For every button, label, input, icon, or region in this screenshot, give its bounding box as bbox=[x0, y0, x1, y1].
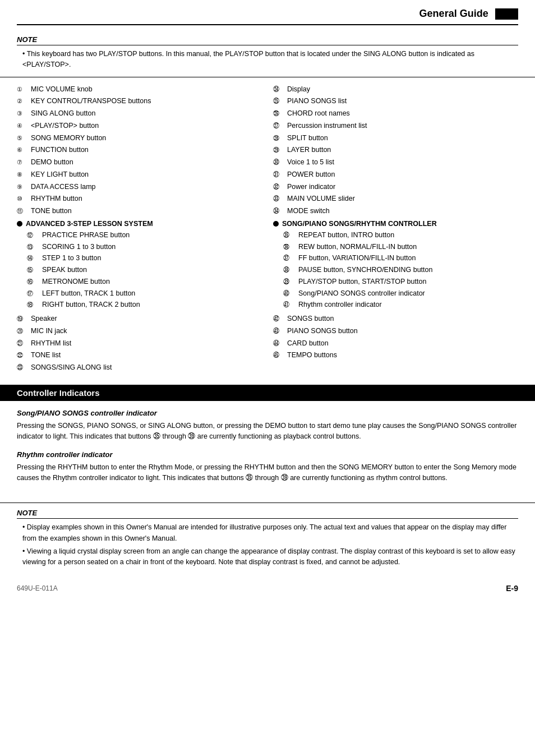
controller-indicators-body: Song/PIANO SONGS controller indicator Pr… bbox=[0, 401, 535, 500]
bullet-icon bbox=[17, 221, 22, 227]
page-title: General Guide bbox=[419, 8, 488, 20]
sub-list-item: ㊱REW button, NORMAL/FILL-IN button bbox=[273, 242, 518, 252]
song-section-header: SONG/PIANO SONGS/RHYTHM CONTROLLER bbox=[273, 220, 518, 228]
page: General Guide NOTE • This keyboard has t… bbox=[0, 0, 535, 756]
controller-indicators-header: Controller Indicators bbox=[0, 385, 535, 401]
list-item: ⑥FUNCTION button bbox=[17, 145, 262, 155]
list-item: ㉜Power indicator bbox=[273, 182, 518, 192]
note-bottom-label: NOTE bbox=[17, 509, 518, 519]
list-item: ㉚Voice 1 to 5 list bbox=[273, 157, 518, 168]
list-item: ㉛POWER button bbox=[273, 169, 518, 180]
sub-list-item: ㊳PAUSE button, SYNCHRO/ENDING button bbox=[273, 265, 518, 275]
list-item: ⑨DATA ACCESS lamp bbox=[17, 182, 262, 192]
list-item: ⑧KEY LIGHT button bbox=[17, 169, 262, 180]
list-item: ⑳MIC IN jack bbox=[17, 326, 262, 336]
list-item: ⑪TONE button bbox=[17, 206, 262, 216]
bullet-icon bbox=[273, 221, 279, 227]
list-item: ⑦DEMO button bbox=[17, 157, 262, 168]
sub-list-item: ㊴PLAY/STOP button, START/STOP button bbox=[273, 276, 518, 287]
list-item: ㉔Display bbox=[273, 84, 518, 95]
rhythm-controller-text: Pressing the RHYTHM button to enter the … bbox=[17, 462, 518, 484]
sub-list-item: ⑰LEFT button, TRACK 1 button bbox=[17, 288, 262, 299]
list-item: ⑩RHYTHM button bbox=[17, 193, 262, 204]
sub-list-item: ⑬SCORING 1 to 3 button bbox=[17, 242, 262, 252]
sub-list-item: ㉟REPEAT button, INTRO button bbox=[273, 230, 518, 241]
list-item: ㊺TEMPO buttons bbox=[273, 350, 518, 361]
list-item: ㉕PIANO SONGS list bbox=[273, 96, 518, 107]
note-bottom: NOTE • Display examples shown in this Ow… bbox=[0, 503, 535, 576]
sub-list-item: ㊲FF button, VARIATION/FILL-IN button bbox=[273, 253, 518, 264]
sub-list-item: ㊶Rhythm controller indicator bbox=[273, 299, 518, 310]
list-item: ①MIC VOLUME knob bbox=[17, 84, 262, 95]
sub-list-item: ⑫PRACTICE PHRASE button bbox=[17, 230, 262, 241]
list-item: ⑲Speaker bbox=[17, 314, 262, 324]
list-item: ㉙LAYER button bbox=[273, 145, 518, 155]
list-item: ㊸PIANO SONGS button bbox=[273, 326, 518, 336]
list-item: ㉘SPLIT button bbox=[273, 133, 518, 144]
sub-list-item: ㊵Song/PIANO SONGS controller indicator bbox=[273, 288, 518, 299]
sub-list-item: ⑮SPEAK button bbox=[17, 265, 262, 275]
list-item: ㉑RHYTHM list bbox=[17, 338, 262, 349]
footer: 649U-E-011A E-9 bbox=[0, 576, 535, 598]
right-column: ㉔Display ㉕PIANO SONGS list ㉖CHORD root n… bbox=[268, 84, 518, 375]
list-item: ③SING ALONG button bbox=[17, 108, 262, 119]
list-item: ㉝MAIN VOLUME slider bbox=[273, 193, 518, 204]
list-item: ㉞MODE switch bbox=[273, 206, 518, 216]
list-item: ⑤SONG MEMORY button bbox=[17, 133, 262, 144]
list-item: ㊹CARD button bbox=[273, 338, 518, 349]
list-item: ㉖CHORD root names bbox=[273, 108, 518, 119]
advanced-section-header: ADVANCED 3-STEP LESSON SYSTEM bbox=[17, 220, 262, 228]
song-controller-text: Pressing the SONGS, PIANO SONGS, or SING… bbox=[17, 421, 518, 442]
note-top-text: • This keyboard has two PLAY/STOP button… bbox=[17, 49, 518, 70]
header: General Guide bbox=[0, 0, 535, 24]
list-item: ㉒TONE list bbox=[17, 350, 262, 361]
sub-list-item: ⑱RIGHT button, TRACK 2 button bbox=[17, 299, 262, 310]
left-column: ①MIC VOLUME knob ②KEY CONTROL/TRANSPOSE … bbox=[17, 84, 268, 375]
header-tab bbox=[495, 8, 518, 20]
song-controller-subtitle: Song/PIANO SONGS controller indicator bbox=[17, 409, 518, 417]
list-item: ④<PLAY/STOP> button bbox=[17, 121, 262, 131]
main-content: ①MIC VOLUME knob ②KEY CONTROL/TRANSPOSE … bbox=[0, 84, 535, 375]
note-top: NOTE • This keyboard has two PLAY/STOP b… bbox=[0, 25, 535, 77]
sub-list-item: ⑯METRONOME button bbox=[17, 276, 262, 287]
list-item: ②KEY CONTROL/TRANSPOSE buttons bbox=[17, 96, 262, 107]
header-right: General Guide bbox=[419, 8, 518, 20]
note-bottom-text: • Display examples shown in this Owner's… bbox=[17, 522, 518, 568]
sub-list-item: ⑭STEP 1 to 3 button bbox=[17, 253, 262, 264]
list-item: ㊷SONGS button bbox=[273, 314, 518, 324]
list-item: ㉓SONGS/SING ALONG list bbox=[17, 362, 262, 373]
list-item: ㉗Percussion instrument list bbox=[273, 121, 518, 131]
footer-code: 649U-E-011A bbox=[17, 584, 58, 592]
note-top-label: NOTE bbox=[17, 35, 518, 45]
rhythm-controller-subtitle: Rhythm controller indicator bbox=[17, 450, 518, 459]
footer-page: E-9 bbox=[506, 584, 518, 593]
